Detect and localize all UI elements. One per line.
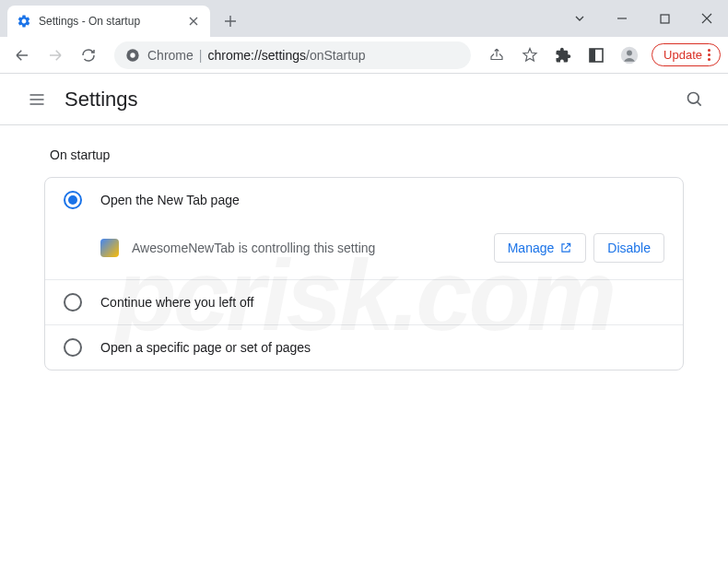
addr-path: /onStartup <box>306 48 366 63</box>
minimize-button[interactable] <box>601 0 643 37</box>
svg-point-7 <box>688 92 699 103</box>
addr-scheme: Chrome <box>147 48 194 63</box>
titlebar: Settings - On startup <box>0 0 728 37</box>
new-tab-button[interactable] <box>217 8 243 34</box>
extension-text: AwesomeNewTab is controlling this settin… <box>132 241 481 255</box>
radio-button[interactable] <box>64 293 82 312</box>
chrome-icon <box>125 48 140 63</box>
menu-icon[interactable] <box>18 81 55 118</box>
extension-notice: AwesomeNewTab is controlling this settin… <box>45 222 683 279</box>
settings-header: Settings <box>0 74 728 125</box>
panel-icon[interactable] <box>581 41 611 70</box>
search-icon[interactable] <box>676 81 713 118</box>
external-link-icon <box>559 241 572 254</box>
svg-point-6 <box>627 50 632 55</box>
address-text: Chrome | chrome://settings/onStartup <box>147 48 366 63</box>
update-button[interactable]: Update <box>652 43 721 66</box>
browser-tab[interactable]: Settings - On startup <box>7 6 210 37</box>
window-controls <box>558 0 728 37</box>
tab-title: Settings - On startup <box>39 15 186 28</box>
startup-card: Open the New Tab page AwesomeNewTab is c… <box>44 177 684 370</box>
address-bar[interactable]: Chrome | chrome://settings/onStartup <box>114 41 471 69</box>
maximize-button[interactable] <box>643 0 686 37</box>
option-continue[interactable]: Continue where you left off <box>45 279 683 324</box>
forward-button[interactable] <box>41 41 70 70</box>
option-specific[interactable]: Open a specific page or set of pages <box>45 324 683 370</box>
extension-icon <box>100 239 119 257</box>
svg-rect-4 <box>590 49 595 62</box>
content: On startup Open the New Tab page Awesome… <box>0 125 728 393</box>
manage-button[interactable]: Manage <box>494 233 587 263</box>
addr-host: chrome://settings <box>207 48 306 63</box>
option-label: Continue where you left off <box>100 295 253 310</box>
section-title: On startup <box>44 147 684 162</box>
back-button[interactable] <box>7 41 37 70</box>
manage-label: Manage <box>508 241 555 255</box>
reload-button[interactable] <box>74 41 103 70</box>
option-label: Open the New Tab page <box>100 193 240 207</box>
close-icon[interactable] <box>186 14 201 29</box>
star-icon[interactable] <box>515 41 545 70</box>
gear-icon <box>17 14 31 29</box>
toolbar: Chrome | chrome://settings/onStartup Upd… <box>0 37 728 74</box>
option-label: Open a specific page or set of pages <box>100 340 311 355</box>
radio-button[interactable] <box>64 338 82 357</box>
option-new-tab[interactable]: Open the New Tab page <box>45 178 683 222</box>
extensions-icon[interactable] <box>548 41 578 70</box>
svg-point-2 <box>130 53 135 57</box>
close-window-button[interactable] <box>686 0 728 37</box>
svg-rect-0 <box>661 15 669 23</box>
disable-button[interactable]: Disable <box>593 233 664 263</box>
disable-label: Disable <box>607 241 651 255</box>
chevron-down-icon[interactable] <box>558 0 601 37</box>
profile-icon[interactable] <box>615 41 644 70</box>
toolbar-actions: Update <box>482 41 721 70</box>
share-icon[interactable] <box>482 41 511 70</box>
update-label: Update <box>663 48 702 62</box>
radio-button[interactable] <box>64 191 82 209</box>
menu-dots-icon <box>708 49 710 61</box>
extension-actions: Manage Disable <box>494 233 664 263</box>
page-title: Settings <box>65 88 138 112</box>
